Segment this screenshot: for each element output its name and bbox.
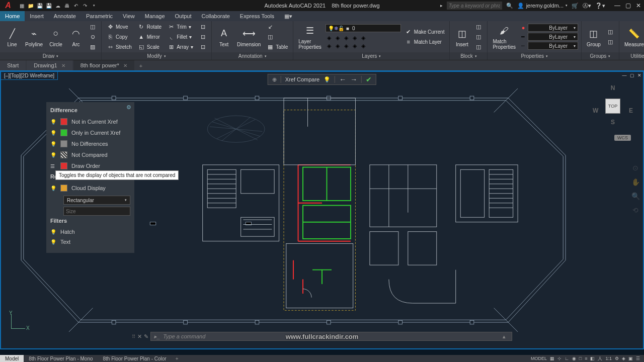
cmd-customize-icon[interactable]: ✎ <box>144 333 148 340</box>
line-button[interactable]: ╱Line <box>3 22 21 51</box>
status-lw-icon[interactable]: ≡ <box>585 356 587 361</box>
file-tab-drawing1[interactable]: Drawing1✕ <box>27 60 72 70</box>
qat-open-icon[interactable]: 📁 <box>27 2 34 9</box>
match-layer-button[interactable]: ≡Match Layer <box>403 37 447 46</box>
status-model[interactable]: MODEL <box>531 356 547 361</box>
rotate-button[interactable]: ↻Rotate <box>136 22 164 31</box>
diff-only-in-current[interactable]: 💡Only in Current Xref <box>50 127 130 138</box>
keyword-search-input[interactable] <box>447 2 502 10</box>
make-current-button[interactable]: ✔Make Current <box>403 27 447 36</box>
layer-mini6[interactable]: ◈ <box>326 42 333 49</box>
tab-parametric[interactable]: Parametric <box>81 11 118 21</box>
nav-orbit-icon[interactable]: ⟲ <box>630 205 641 216</box>
nav-wheel-icon[interactable]: ⊙ <box>630 162 641 173</box>
qat-web-icon[interactable]: ☁ <box>54 2 61 9</box>
match-properties-button[interactable]: 🖌Match Properties <box>491 22 518 51</box>
arc-button[interactable]: ◠Arc <box>67 22 85 51</box>
app-menu-icon[interactable]: Ⓐ▾ <box>583 2 591 10</box>
draw-extra-1[interactable]: ◫ <box>87 22 98 31</box>
draw-extra-2[interactable]: ⊙ <box>87 32 98 41</box>
tab-manage[interactable]: Manage <box>140 11 170 21</box>
layer-mini4[interactable]: ◈ <box>351 34 358 41</box>
trim-button[interactable]: ✂Trim ▾ <box>166 22 195 31</box>
filter-hatch[interactable]: 💡Hatch <box>50 227 130 237</box>
tab-collaborate[interactable]: Collaborate <box>197 11 235 21</box>
layout-tab-color[interactable]: 8th Floor Power Plan - Color <box>98 355 172 362</box>
lineweight-combo[interactable]: ByLayer <box>528 33 578 41</box>
layout-tab-model[interactable]: Model <box>0 355 24 362</box>
canvas-close[interactable]: ✕ <box>636 72 643 79</box>
measure-button[interactable]: 📏Measure <box>622 22 644 51</box>
status-scale[interactable]: 1:1 <box>605 356 612 361</box>
viewcube-west[interactable]: W <box>593 107 598 114</box>
draw-extra-3[interactable]: ▨ <box>87 42 98 51</box>
table-button[interactable]: ▦Table <box>265 42 290 51</box>
group-button[interactable]: ◫Group <box>585 22 603 51</box>
cart-icon[interactable]: 🛒 <box>572 3 579 9</box>
polyline-button[interactable]: ⌁Polyline <box>23 22 45 51</box>
tab-view[interactable]: View <box>118 11 140 21</box>
tab-featured-apps[interactable]: ▦▾ <box>279 11 297 21</box>
diff-no-differences[interactable]: 💡No Differences <box>50 138 130 149</box>
viewcube-north[interactable]: N <box>611 84 615 92</box>
layout-tab-mono[interactable]: 8th Floor Power Plan - Mono <box>24 355 98 362</box>
cloud-size-input[interactable] <box>63 207 130 216</box>
qat-expand-icon[interactable]: ▾ <box>91 2 98 9</box>
layout-add[interactable]: + <box>172 356 183 361</box>
status-annot-icon[interactable]: 人 <box>598 355 602 362</box>
layer-mini1[interactable]: ◈ <box>326 34 333 41</box>
stretch-button[interactable]: ⇿Stretch <box>105 42 134 51</box>
search-icon[interactable]: 🔍 <box>506 3 513 9</box>
panel-settings-icon[interactable]: ⚙ <box>126 104 131 111</box>
status-osnap-icon[interactable]: □ <box>579 356 582 361</box>
qat-undo-icon[interactable]: ↶ <box>72 2 79 9</box>
layer-mini8[interactable]: ◈ <box>343 42 350 49</box>
layer-mini5[interactable]: ◈ <box>360 34 367 41</box>
move-button[interactable]: ✥Move <box>105 22 134 31</box>
diff-not-in-current[interactable]: 💡Not in Current Xref <box>50 116 130 127</box>
status-clean-icon[interactable]: ▣ <box>628 356 633 361</box>
diff-not-compared[interactable]: 💡Not Compared <box>50 149 130 160</box>
status-snap-icon[interactable]: ⊹ <box>557 356 561 361</box>
tab-output[interactable]: Output <box>170 11 197 21</box>
qat-print-icon[interactable]: 🖶 <box>63 2 70 9</box>
tab-insert[interactable]: Insert <box>25 11 49 21</box>
viewcube[interactable]: N S E W TOP WCS <box>593 84 633 135</box>
command-input[interactable]: ▸_ Type a command ▴ <box>150 332 512 341</box>
modify-extra-3[interactable]: ⊡ <box>197 42 208 51</box>
dimension-button[interactable]: ⟷Dimension <box>235 22 263 51</box>
group-extra-2[interactable]: ◫ <box>605 37 616 46</box>
scale-button[interactable]: ◱Scale <box>136 42 164 51</box>
close-icon[interactable]: ✕ <box>61 63 65 68</box>
filter-text[interactable]: 💡Text <box>50 237 130 247</box>
viewcube-east[interactable]: E <box>629 107 633 114</box>
canvas-maximize[interactable]: ▢ <box>628 72 635 79</box>
layer-mini2[interactable]: ◈ <box>334 34 341 41</box>
layer-combo[interactable]: 💡❄🔓■0 <box>326 24 401 32</box>
file-tab-start[interactable]: Start <box>0 60 26 70</box>
cloud-shape-select[interactable]: Rectangular▾ <box>63 196 130 205</box>
cmd-grip-icon[interactable]: ⠿ <box>132 334 135 339</box>
block-extra-3[interactable]: ◫ <box>473 42 484 51</box>
cloud-display-toggle[interactable]: 💡Cloud Display <box>50 183 130 194</box>
linetype-combo[interactable]: ByLayer <box>528 42 578 50</box>
mirror-button[interactable]: ▲Mirror <box>136 32 164 41</box>
maximize-button[interactable]: ▢ <box>625 2 631 9</box>
qat-redo-icon[interactable]: ↷ <box>82 2 89 9</box>
nav-pan-icon[interactable]: ✋ <box>630 176 641 188</box>
tab-home[interactable]: Home <box>0 11 25 21</box>
wcs-label[interactable]: WCS <box>614 135 631 141</box>
color-combo[interactable]: ByLayer <box>528 24 578 32</box>
status-grid-icon[interactable]: ▦ <box>550 356 554 361</box>
drawing-area[interactable]: [–][Top][2D Wireframe] — ▢ ✕ ⊕ Xref Comp… <box>0 71 644 349</box>
tab-express-tools[interactable]: Express Tools <box>235 11 279 21</box>
block-extra-2[interactable]: ◫ <box>473 32 484 41</box>
nav-zoom-icon[interactable]: 🔍 <box>630 191 641 202</box>
copy-button[interactable]: ⎘Copy <box>105 32 134 41</box>
modify-extra-2[interactable]: ⊡ <box>197 32 208 41</box>
status-ortho-icon[interactable]: ∟ <box>565 356 569 361</box>
array-button[interactable]: ⊞Array ▾ <box>166 42 195 51</box>
close-icon[interactable]: ✕ <box>123 63 127 68</box>
layer-mini9[interactable]: ◈ <box>351 42 358 49</box>
viewcube-south[interactable]: S <box>611 119 615 126</box>
